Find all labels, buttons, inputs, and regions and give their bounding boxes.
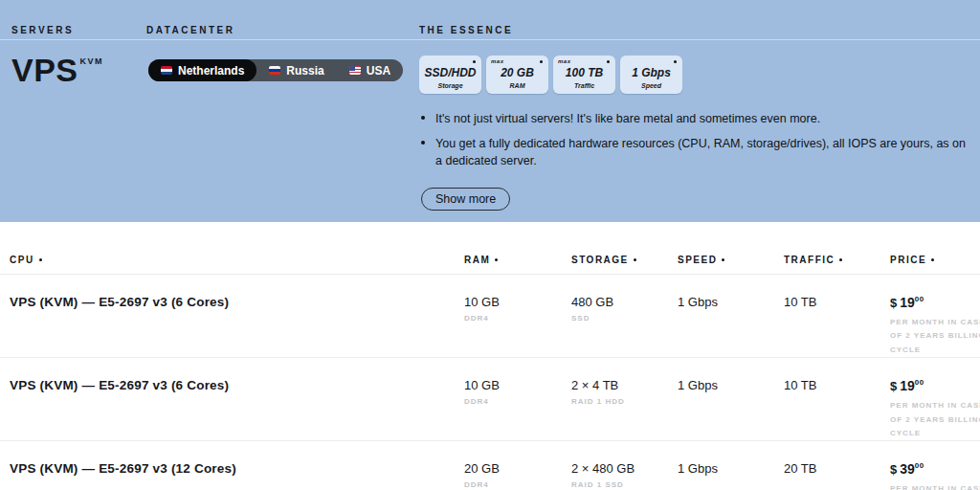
plan-price: $3900 — [890, 461, 980, 477]
plan-storage-cell: 480 GB SSD — [571, 295, 678, 323]
plan-price-note: PER MONTH IN CASE OF 2 YEARS BILLING CYC… — [890, 399, 980, 440]
russia-flag-icon — [269, 66, 280, 75]
column-header-label: SPEED — [678, 255, 717, 265]
plan-ram-cell: 20 GB DDR4 — [464, 461, 571, 489]
plan-speed: 1 Gbps — [678, 461, 784, 476]
currency-symbol: $ — [890, 379, 897, 393]
page-title-superscript: KVM — [80, 56, 104, 66]
nav-datacenter: DATACENTER — [146, 25, 234, 35]
plan-row[interactable]: VPS (KVM) — E5-2697 v3 (6 Cores) 10 GB D… — [0, 275, 980, 358]
spec-card-storage: SSD/HDD Storage — [419, 56, 481, 94]
plan-price-cell: $3900 PER MONTH IN CASE OF 2 YEARS BILLI… — [890, 461, 980, 490]
plan-price: $1900 — [890, 378, 980, 393]
column-header-ram[interactable]: RAM — [464, 255, 571, 265]
price-cents: 00 — [915, 295, 924, 303]
feature-text: It's not just virtual servers! It's like… — [435, 112, 820, 125]
sort-dot-icon — [634, 258, 636, 261]
spec-label: Speed — [641, 82, 661, 89]
spec-cards: SSD/HDD Storage max 20 GB RAM max 100 TB… — [419, 56, 974, 94]
price-dollars: 39 — [900, 461, 915, 477]
bullet-icon — [421, 116, 425, 120]
plan-ram: 10 GB — [464, 378, 571, 392]
plan-storage-type: RAID 1 HDD — [571, 397, 678, 406]
plan-cpu: VPS (KVM) — E5-2697 v3 (6 Cores) — [10, 295, 464, 309]
page-title: VPSKVM — [11, 52, 103, 89]
plan-ram-type: DDR4 — [464, 480, 571, 489]
price-cents: 00 — [915, 461, 924, 470]
plan-ram-cell: 10 GB DDR4 — [464, 295, 571, 323]
plan-ram: 10 GB — [464, 295, 571, 309]
column-header-label: CPU — [10, 255, 34, 265]
nav-servers[interactable]: SERVERS — [11, 25, 74, 35]
plan-ram-type: DDR4 — [464, 397, 571, 406]
plan-price-cell: $1900 PER MONTH IN CASE OF 2 YEARS BILLI… — [890, 378, 980, 440]
plan-traffic: 10 TB — [784, 295, 890, 309]
feature-text: You get a fully dedicated hardware resou… — [435, 137, 966, 167]
spec-label: Storage — [437, 82, 462, 89]
hero-nav: SERVERS DATACENTER THE ESSENCE — [0, 0, 980, 40]
sort-dot-icon — [839, 258, 842, 261]
datacenter-pill-russia[interactable]: Russia — [256, 59, 336, 81]
plan-row[interactable]: VPS (KVM) — E5-2697 v3 (12 Cores) 20 GB … — [0, 441, 980, 490]
column-header-label: RAM — [464, 255, 490, 265]
plan-speed: 1 Gbps — [678, 378, 784, 392]
price-dollars: 19 — [900, 295, 915, 310]
sort-dot-icon — [722, 258, 724, 261]
spec-dot-icon — [674, 60, 677, 63]
plan-storage-type: RAID 1 SSD — [571, 480, 678, 489]
column-header-price[interactable]: PRICE — [890, 255, 980, 265]
plan-storage-cell: 2 × 4 TB RAID 1 HDD — [571, 378, 678, 406]
column-header-cpu[interactable]: CPU — [10, 255, 464, 265]
plan-price-note: PER MONTH IN CASE OF 2 YEARS BILLING CYC… — [890, 316, 980, 357]
page-title-text: VPS — [11, 52, 78, 88]
plan-price: $1900 — [890, 295, 980, 310]
spec-dot-icon — [473, 60, 476, 63]
price-dollars: 19 — [900, 378, 915, 393]
show-more-button[interactable]: Show more — [421, 188, 510, 211]
plan-row[interactable]: VPS (KVM) — E5-2697 v3 (6 Cores) 10 GB D… — [0, 358, 980, 441]
plan-cpu: VPS (KVM) — E5-2697 v3 (12 Cores) — [10, 461, 464, 476]
plan-ram: 20 GB — [464, 461, 571, 476]
plan-price-cell: $1900 PER MONTH IN CASE OF 2 YEARS BILLI… — [890, 295, 980, 357]
currency-symbol: $ — [890, 296, 897, 310]
column-header-storage[interactable]: STORAGE — [571, 255, 678, 265]
sort-dot-icon — [39, 258, 42, 261]
plan-ram-cell: 10 GB DDR4 — [464, 378, 571, 406]
sort-dot-icon — [495, 258, 498, 261]
bullet-icon — [421, 141, 425, 145]
spec-card-traffic: max 100 TB Traffic — [553, 56, 615, 94]
datacenter-pill-usa[interactable]: USA — [337, 59, 403, 81]
plan-storage: 480 GB — [571, 295, 678, 309]
sort-dot-icon — [931, 258, 934, 261]
feature-item: It's not just virtual servers! It's like… — [419, 110, 974, 127]
datacenter-selector: Netherlands Russia USA — [148, 59, 403, 81]
datacenter-pill-label: Russia — [286, 64, 323, 78]
plan-storage-cell: 2 × 480 GB RAID 1 SSD — [571, 461, 678, 489]
plan-price-note: PER MONTH IN CASE OF 2 YEARS BILLING CYC… — [890, 482, 980, 490]
datacenter-pill-label: USA — [367, 64, 390, 78]
spec-value: 100 TB — [566, 67, 603, 78]
column-header-traffic[interactable]: TRAFFIC — [784, 255, 890, 265]
table-header: CPU RAM STORAGE SPEED TRAFFIC PRICE — [0, 222, 980, 275]
plan-storage: 2 × 4 TB — [571, 378, 678, 392]
datacenter-pill-netherlands[interactable]: Netherlands — [148, 59, 256, 81]
spec-card-ram: max 20 GB RAM — [486, 56, 548, 94]
plan-ram-type: DDR4 — [464, 314, 571, 323]
essence-panel: SSD/HDD Storage max 20 GB RAM max 100 TB… — [419, 56, 974, 211]
plans-table: CPU RAM STORAGE SPEED TRAFFIC PRICE VPS … — [0, 222, 980, 490]
plan-storage: 2 × 480 GB — [571, 461, 678, 476]
spec-max-label: max — [558, 58, 571, 64]
spec-value: SSD/HDD — [424, 67, 476, 78]
column-header-speed[interactable]: SPEED — [678, 255, 784, 265]
spec-label: Traffic — [574, 82, 594, 89]
column-header-label: STORAGE — [571, 255, 629, 265]
feature-list: It's not just virtual servers! It's like… — [419, 110, 974, 169]
feature-item: You get a fully dedicated hardware resou… — [419, 135, 974, 169]
hero-section: SERVERS DATACENTER THE ESSENCE VPSKVM Ne… — [0, 0, 980, 222]
plan-cpu: VPS (KVM) — E5-2697 v3 (6 Cores) — [10, 378, 464, 392]
nav-essence: THE ESSENCE — [419, 25, 513, 35]
spec-value: 20 GB — [501, 67, 534, 78]
plan-traffic: 20 TB — [784, 461, 890, 476]
spec-value: 1 Gbps — [632, 67, 671, 78]
plan-storage-type: SSD — [571, 314, 678, 323]
